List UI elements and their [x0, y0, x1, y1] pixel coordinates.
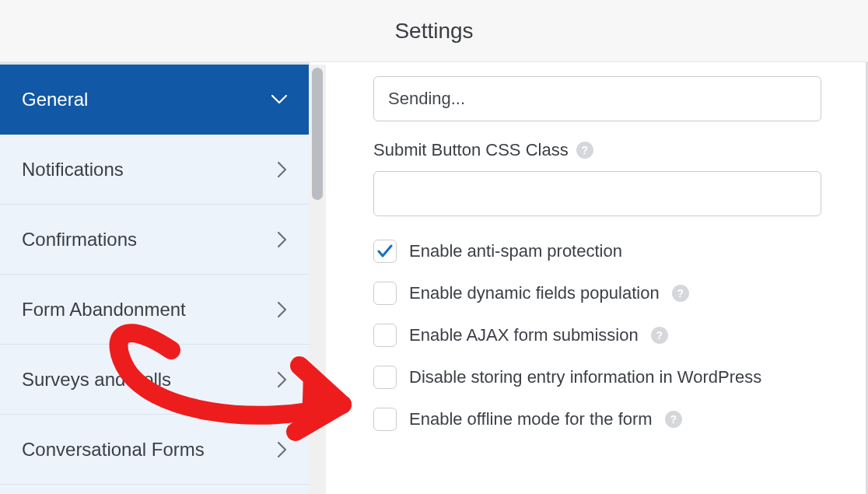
help-icon[interactable]: ? [576, 142, 593, 159]
sidebar-item-label: Conversational Forms [22, 439, 205, 461]
chevron-right-icon [278, 372, 287, 387]
check-label: Enable dynamic fields population [409, 283, 660, 303]
sidebar-item-label: Confirmations [22, 229, 137, 251]
sidebar: General Notifications Confirmations Form… [0, 62, 310, 494]
body: General Notifications Confirmations Form… [0, 62, 868, 494]
chevron-right-icon [278, 232, 287, 247]
checkbox[interactable] [373, 366, 397, 389]
field-sending [373, 76, 821, 121]
chevron-right-icon [278, 442, 287, 457]
check-ajax: Enable AJAX form submission ? [373, 324, 821, 347]
check-disable-storing: Disable storing entry information in Wor… [373, 366, 821, 389]
field-label: Submit Button CSS Class ? [373, 140, 821, 160]
check-anti-spam: Enable anti-spam protection [373, 240, 821, 263]
chevron-right-icon [278, 162, 287, 177]
sidebar-item-surveys-polls[interactable]: Surveys and Polls [0, 345, 309, 415]
check-dynamic-fields: Enable dynamic fields population ? [373, 282, 821, 305]
check-label: Enable AJAX form submission [409, 325, 639, 345]
help-icon[interactable]: ? [672, 285, 689, 302]
sidebar-item-label: Surveys and Polls [22, 369, 171, 391]
sidebar-item-notifications[interactable]: Notifications [0, 135, 309, 205]
check-label: Disable storing entry information in Wor… [409, 367, 761, 387]
sidebar-item-label: Form Abandonment [22, 299, 186, 321]
css-class-label-text: Submit Button CSS Class [373, 140, 569, 160]
field-css-class: Submit Button CSS Class ? [373, 140, 821, 216]
sidebar-item-confirmations[interactable]: Confirmations [0, 205, 309, 275]
checkbox[interactable] [373, 324, 397, 347]
check-offline-mode: Enable offline mode for the form ? [373, 408, 821, 431]
sidebar-item-general[interactable]: General [0, 65, 309, 135]
sidebar-item-label: Notifications [22, 159, 124, 180]
help-icon[interactable]: ? [651, 327, 668, 344]
page-title: Settings [394, 19, 473, 44]
check-label: Enable offline mode for the form [409, 409, 653, 429]
checkbox[interactable] [373, 240, 397, 263]
sidebar-item-label: General [22, 89, 88, 110]
checkbox[interactable] [373, 408, 397, 431]
scrollbar[interactable] [309, 65, 326, 494]
checkbox[interactable] [373, 282, 397, 305]
sidebar-item-form-abandonment[interactable]: Form Abandonment [0, 275, 309, 345]
check-list: Enable anti-spam protection Enable dynam… [373, 240, 821, 431]
sidebar-item-conversational-forms[interactable]: Conversational Forms [0, 415, 309, 485]
chevron-down-icon [271, 95, 287, 104]
settings-panel: Submit Button CSS Class ? Enable anti-sp… [327, 62, 868, 494]
css-class-input[interactable] [373, 171, 821, 216]
check-label: Enable anti-spam protection [409, 241, 622, 261]
scrollbar-thumb[interactable] [312, 68, 323, 200]
chevron-right-icon [278, 302, 287, 317]
sending-input[interactable] [373, 76, 821, 121]
header: Settings [0, 0, 868, 62]
help-icon[interactable]: ? [665, 411, 682, 428]
